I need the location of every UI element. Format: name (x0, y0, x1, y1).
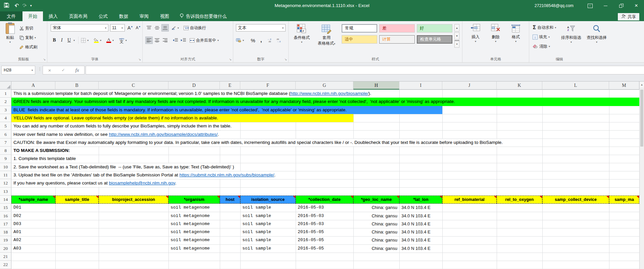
font-name-combo[interactable]: 宋体▾ (51, 24, 108, 32)
font-dialog-launcher-icon[interactable]: ↘ (138, 58, 141, 61)
row-header-16[interactable]: 16 (0, 212, 11, 220)
info-text-row-11[interactable]: 3. Upload the text file on the 'Attribut… (13, 171, 278, 179)
increase-indent-button[interactable] (180, 37, 187, 44)
styles-gallery-more-icon[interactable]: ▾ (454, 40, 459, 48)
decrease-decimal-button[interactable]: .00→.0 (276, 37, 283, 44)
conditional-formatting-button[interactable]: ≠ 条件格式 ▾ (291, 24, 312, 44)
field-header-samp_collect_device[interactable]: samp_collect_device (542, 196, 609, 204)
name-box-splitter[interactable]: ⋮ (38, 66, 42, 71)
data-cell-D19[interactable]: soil metagenome (168, 236, 220, 244)
format-as-table-button[interactable]: 套用 表格格式▾ (314, 24, 339, 46)
cell-style-normal[interactable]: 常规 (342, 24, 377, 33)
data-cell-I15[interactable]: 34.0 N 103.4 E (399, 204, 442, 212)
info-text-row-1[interactable]: This is a submission template for batch … (13, 90, 374, 97)
bold-button[interactable]: B (51, 37, 58, 44)
row-header-22[interactable]: 22 (0, 261, 11, 269)
row-header-14[interactable]: 14 (0, 196, 11, 204)
row-header-21[interactable]: 21 (0, 253, 11, 261)
data-cell-F16[interactable]: soil sample (240, 212, 296, 220)
info-text-row-5[interactable]: You can add any number of custom fields … (13, 122, 234, 130)
delete-cells-button[interactable]: 删除 ▾ (487, 24, 505, 43)
data-cell-A18[interactable]: A01 (11, 228, 55, 236)
align-top-button[interactable] (145, 24, 153, 32)
column-header-M[interactable]: M (609, 82, 639, 90)
autosum-button[interactable]: Σ 自动求和▾ (533, 24, 556, 31)
column-header-B[interactable]: B (55, 82, 99, 90)
alignment-dialog-launcher-icon[interactable]: ↘ (229, 58, 232, 61)
vertical-scrollbar[interactable]: ▲ (639, 82, 644, 269)
column-header-H[interactable]: H (353, 82, 399, 90)
column-header-G[interactable]: G (296, 82, 353, 90)
info-text-row-2[interactable]: GREEN fields are mandatory. Your submiss… (13, 98, 458, 105)
data-cell-G17[interactable]: 2016-05-03 (296, 220, 353, 228)
underline-button[interactable]: U (65, 37, 73, 44)
cell-style-good[interactable]: 好 (417, 24, 452, 33)
column-header-F[interactable]: F (240, 82, 296, 90)
data-cell-G15[interactable]: 2016-05-03 (296, 204, 353, 212)
column-header-D[interactable]: D (168, 82, 220, 90)
row-header-9[interactable]: 9 (0, 155, 11, 163)
data-cell-D16[interactable]: soil metagenome (168, 212, 220, 220)
data-cell-H18[interactable]: China: gansu (353, 228, 399, 236)
grow-font-button[interactable]: A▲ (127, 24, 134, 32)
tab-view[interactable]: 视图 (154, 11, 175, 21)
align-center-button[interactable] (153, 37, 161, 44)
data-cell-F17[interactable]: soil sample (240, 220, 296, 228)
field-header-sample_title[interactable]: sample_title (55, 196, 99, 204)
align-left-button[interactable] (145, 37, 153, 44)
hyperlink[interactable]: biosamplehelp@ncbi.nlm.nih.gov (109, 180, 175, 185)
restore-button[interactable] (613, 0, 629, 11)
row-header-7[interactable]: 7 (0, 139, 11, 147)
account-email[interactable]: 272108548@qq.com (535, 3, 574, 8)
cell-style-bad[interactable]: 差 (379, 24, 415, 33)
format-cells-button[interactable]: 格式 ▾ (507, 24, 525, 43)
row-header-6[interactable]: 6 (0, 130, 11, 139)
info-text-row-3[interactable]: BLUE fields indicate that at least one o… (13, 106, 349, 114)
data-cell-H16[interactable]: China: gansu (353, 212, 399, 220)
italic-button[interactable]: I (58, 37, 65, 44)
data-cell-D15[interactable]: soil metagenome (168, 204, 220, 212)
field-header-host[interactable]: host (220, 196, 240, 204)
data-cell-D17[interactable]: soil metagenome (168, 220, 220, 228)
info-text-row-9[interactable]: 1. Complete this template table (13, 155, 79, 162)
field-header-sample_name[interactable]: *sample_name (11, 196, 55, 204)
number-format-combo[interactable]: 文本▾ (236, 24, 286, 32)
data-cell-G20[interactable]: 2016-05-05 (296, 245, 353, 253)
data-cell-I20[interactable]: 34.0 N 103.4 E (399, 245, 442, 253)
percent-style-button[interactable]: % (249, 37, 257, 44)
share-button[interactable]: 共享 (618, 13, 639, 20)
insert-cells-button[interactable]: 插入 ▾ (466, 24, 485, 43)
data-cell-D20[interactable]: soil metagenome (168, 245, 220, 253)
field-header-ref_biomaterial[interactable]: ref_biomaterial (442, 196, 497, 204)
tab-file[interactable]: 文件 (0, 11, 22, 21)
minimize-button[interactable] (598, 0, 613, 11)
name-box[interactable]: H28▾ (1, 66, 35, 74)
data-cell-A20[interactable]: A03 (11, 245, 55, 253)
column-header-E[interactable]: E (220, 82, 240, 90)
tab-data[interactable]: 数据 (113, 11, 134, 21)
data-cell-G19[interactable]: 2016-05-05 (296, 236, 353, 244)
column-header-A[interactable]: A (11, 82, 55, 90)
data-cell-H20[interactable]: China: gansu (353, 245, 399, 253)
row-header-19[interactable]: 19 (0, 236, 11, 244)
data-cell-F18[interactable]: soil sample (240, 228, 296, 236)
row-header-12[interactable]: 12 (0, 179, 11, 187)
cut-button[interactable]: 剪切 (19, 24, 33, 32)
hyperlink[interactable]: http://www.ncbi.nlm.nih.gov/biosample/do… (109, 132, 217, 137)
comma-style-button[interactable]: , (257, 37, 265, 44)
copy-button[interactable]: 复制▾ (19, 34, 36, 41)
clipboard-dialog-launcher-icon[interactable]: ↘ (43, 58, 46, 61)
info-text-row-6[interactable]: Hover over field name to view definition… (13, 131, 221, 138)
field-header-geo_loc_name[interactable]: *geo_loc_name (353, 196, 399, 204)
data-cell-F19[interactable]: soil sample (240, 236, 296, 244)
field-header-organism[interactable]: *organism (168, 196, 220, 204)
data-cell-H19[interactable]: China: gansu (353, 236, 399, 244)
data-cell-G18[interactable]: 2016-05-05 (296, 228, 353, 236)
borders-button[interactable]: ▾ (81, 37, 89, 44)
row-header-1[interactable]: 1 (0, 90, 11, 98)
data-cell-A16[interactable]: D02 (11, 212, 55, 220)
row-header-20[interactable]: 20 (0, 245, 11, 253)
field-header-collection_date[interactable]: *collection_date (296, 196, 353, 204)
info-text-row-10[interactable]: 2. Save the worksheet as a Text (Tab-del… (13, 163, 237, 171)
cell-style-calculation[interactable]: 计算 (379, 35, 415, 44)
